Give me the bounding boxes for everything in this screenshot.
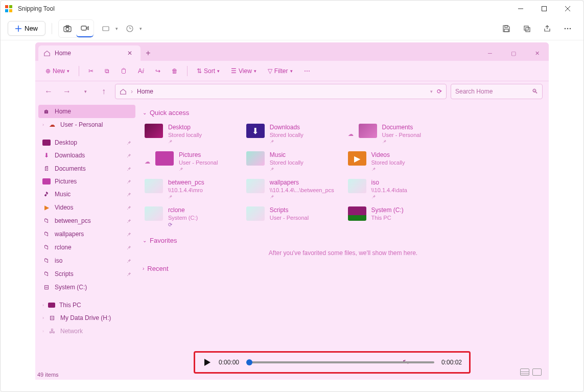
seek-track[interactable]: [246, 361, 434, 363]
thumbnails-view-button[interactable]: [532, 368, 542, 376]
refresh-button[interactable]: ⟳: [437, 88, 442, 95]
sidebar-item-music[interactable]: 🎵︎Music📌︎: [38, 188, 135, 201]
nav-history-button[interactable]: ▾: [78, 84, 92, 99]
qa-between-pcs[interactable]: between_pcs\\10.1.4.4\mro📌︎: [143, 177, 239, 201]
search-icon: 🔍︎: [532, 88, 538, 95]
qa-system-c[interactable]: System (C:)This PC: [346, 204, 442, 229]
cmd-copy[interactable]: ⧉: [101, 65, 113, 77]
cmd-more[interactable]: ⋯: [300, 65, 314, 77]
sidebar-item-iso[interactable]: 📁︎iso📌︎: [38, 254, 135, 267]
sidebar-item-between-pcs[interactable]: 📁︎between_pcs📌︎: [38, 214, 135, 227]
sidebar-item-system-c[interactable]: ⊟System (C:): [38, 281, 135, 294]
section-quick-access[interactable]: ⌄ Quick access: [143, 109, 544, 117]
shape-dropdown[interactable]: [97, 20, 114, 37]
sidebar-item-pictures[interactable]: Pictures📌︎: [38, 175, 135, 188]
svg-rect-0: [5, 5, 8, 8]
new-tab-button[interactable]: +: [141, 45, 156, 61]
snip-mode-button[interactable]: [59, 20, 76, 37]
sidebar-item-desktop[interactable]: Desktop📌︎: [38, 136, 135, 149]
save-icon: [502, 25, 510, 33]
minimize-button[interactable]: [509, 1, 532, 17]
desktop-icon: [145, 124, 163, 138]
sidebar-item-scripts[interactable]: 📁︎Scripts📌︎: [38, 267, 135, 281]
qa-documents[interactable]: ☁DocumentsUser - Personal📌︎: [346, 122, 442, 146]
svg-point-11: [66, 28, 69, 31]
nav-back-button[interactable]: ←: [41, 84, 56, 99]
cmd-paste[interactable]: 📋︎: [116, 65, 131, 77]
toolbar: New ▾ ▾: [1, 17, 583, 40]
search-box[interactable]: Search Home 🔍︎: [451, 84, 543, 99]
pc-icon: [48, 303, 55, 308]
app-title: Snipping Tool: [18, 5, 509, 12]
qa-downloads[interactable]: ⬇DownloadsStored locally📌︎: [244, 122, 341, 146]
cmd-sort[interactable]: ⇅Sort▾: [193, 65, 224, 77]
cmd-filter[interactable]: ▽Filter▾: [264, 65, 297, 77]
qa-pictures[interactable]: ☁PicturesUser - Personal📌︎: [143, 149, 239, 174]
sidebar-item-home[interactable]: 🏠︎ Home: [38, 105, 135, 118]
sidebar-item-user-personal[interactable]: › ☁ User - Personal: [38, 118, 135, 131]
explorer-maximize-button[interactable]: ▢: [502, 45, 525, 61]
breadcrumb-home[interactable]: Home: [137, 88, 153, 95]
cmd-share[interactable]: ↪: [151, 65, 165, 77]
more-button[interactable]: [559, 20, 576, 37]
folder-icon: 📁︎: [42, 230, 51, 238]
chevron-right-icon: ›: [42, 122, 44, 127]
section-favorites[interactable]: ⌄ Favorites: [143, 237, 544, 244]
explorer-close-button[interactable]: ✕: [525, 45, 549, 61]
chevron-down-icon[interactable]: ▾: [115, 26, 118, 31]
titlebar: Snipping Tool: [1, 1, 583, 17]
statusbar-item-count: 49 items: [37, 372, 59, 378]
qa-music[interactable]: MusicStored locally📌︎: [244, 149, 341, 174]
qa-videos[interactable]: ▶VideosStored locally📌︎: [346, 149, 442, 174]
cmd-rename[interactable]: Aⅈ: [134, 65, 148, 77]
cmd-new[interactable]: ⊕ New ▾: [41, 65, 74, 77]
seek-thumb[interactable]: [246, 359, 252, 365]
play-button[interactable]: [202, 358, 212, 367]
delay-dropdown[interactable]: [121, 20, 138, 37]
svg-rect-20: [524, 26, 528, 30]
qa-iso[interactable]: iso\\10.1.4.4\data📌︎: [346, 177, 442, 201]
share-button[interactable]: [539, 20, 556, 37]
sidebar-item-videos[interactable]: ▶Videos📌︎: [38, 201, 135, 214]
save-button[interactable]: [498, 20, 515, 37]
chevron-down-icon[interactable]: ▾: [430, 89, 433, 94]
sidebar-item-network[interactable]: ›🖧︎Network: [38, 325, 135, 338]
chevron-down-icon[interactable]: ▾: [139, 26, 142, 31]
sidebar-item-my-data-drive[interactable]: ›⊟My Data Drive (H:): [38, 311, 135, 325]
section-recent[interactable]: › Recent: [143, 265, 544, 272]
close-button[interactable]: [556, 1, 579, 17]
sidebar-item-wallpapers[interactable]: 📁︎wallpapers📌︎: [38, 227, 135, 241]
folder-icon: [145, 206, 163, 221]
qa-scripts[interactable]: ScriptsUser - Personal: [244, 204, 341, 229]
chevron-down-icon: ⌄: [143, 238, 147, 243]
nav-up-button[interactable]: ↑: [97, 84, 111, 99]
explorer-main: ⌄ Quick access DesktopStored locally📌︎ ⬇…: [137, 102, 549, 380]
sidebar-item-this-pc[interactable]: ›This PC: [38, 299, 135, 311]
tab-close-button[interactable]: ✕: [127, 50, 132, 57]
cmd-view[interactable]: ☰View▾: [227, 65, 261, 77]
details-view-button[interactable]: [520, 368, 529, 376]
svg-rect-18: [505, 26, 507, 28]
record-mode-button[interactable]: [76, 20, 94, 37]
share-icon: [543, 25, 551, 33]
sidebar-item-rclone[interactable]: 📁︎rclone📌︎: [38, 241, 135, 254]
copy-button[interactable]: [518, 20, 535, 37]
sidebar-item-downloads[interactable]: ⬇Downloads📌︎: [38, 149, 135, 162]
explorer-body: 🏠︎ Home › ☁ User - Personal Desktop📌︎ ⬇D…: [35, 102, 549, 380]
explorer-tab[interactable]: Home ✕: [38, 45, 141, 61]
qa-desktop[interactable]: DesktopStored locally📌︎: [143, 122, 239, 146]
cmd-cut[interactable]: ✂: [84, 65, 98, 77]
address-bar[interactable]: › Home ▾ ⟳: [115, 84, 447, 99]
time-total: 0:00:02: [441, 359, 462, 366]
cmd-delete[interactable]: 🗑︎: [168, 65, 182, 77]
sidebar-item-documents[interactable]: 📄︎Documents📌︎: [38, 162, 135, 175]
favorites-empty-text: After you've favorited some files, we'll…: [143, 249, 544, 257]
new-button[interactable]: New: [8, 21, 45, 36]
qa-wallpapers[interactable]: wallpapers\\10.1.4.4\...\between_pcs📌︎: [244, 177, 341, 201]
maximize-button[interactable]: [532, 1, 556, 17]
qa-rclone[interactable]: rcloneSystem (C:)⟳: [143, 204, 239, 229]
pin-icon: 📌︎: [168, 139, 202, 144]
nav-forward-button[interactable]: →: [60, 84, 74, 99]
pin-icon: 📌︎: [126, 258, 131, 264]
explorer-minimize-button[interactable]: ─: [478, 45, 502, 61]
